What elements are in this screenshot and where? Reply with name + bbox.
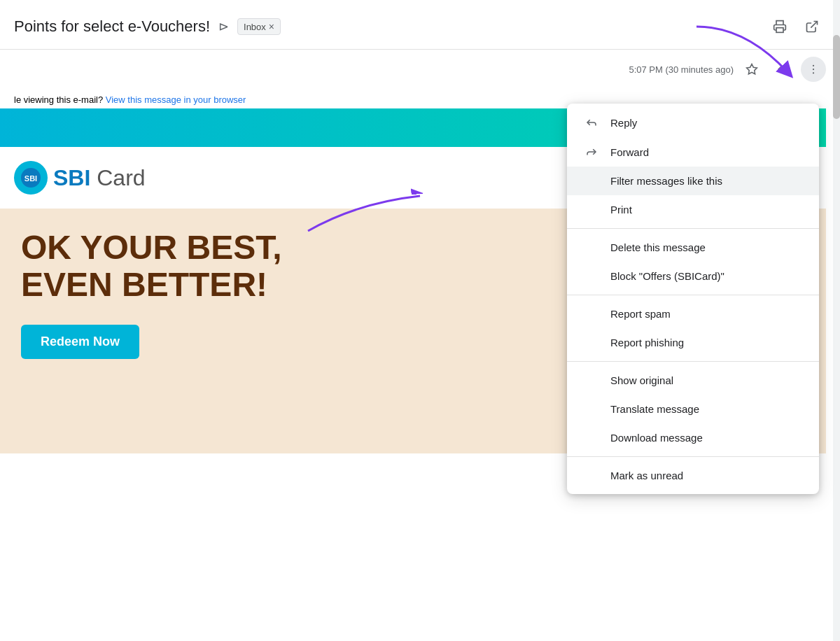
svg-point-4	[813, 69, 814, 70]
menu-item-forward[interactable]: Forward	[567, 137, 819, 167]
menu-item-translate[interactable]: Translate message	[567, 395, 819, 423]
menu-item-filter-label: Filter messages like this	[610, 175, 722, 187]
scrollbar-thumb[interactable]	[833, 35, 840, 119]
svg-point-3	[813, 65, 814, 66]
menu-item-reply-label: Reply	[610, 117, 637, 129]
menu-item-block-label: Block "Offers (SBICard)"	[610, 270, 724, 282]
svg-text:SBI: SBI	[24, 174, 37, 183]
menu-item-original[interactable]: Show original	[567, 366, 819, 395]
menu-item-download[interactable]: Download message	[567, 423, 819, 452]
view-browser-prefix: le viewing this e-mail?	[14, 94, 106, 105]
menu-divider-4	[567, 456, 819, 457]
importance-marker-icon: ⊳	[218, 19, 229, 34]
menu-item-filter[interactable]: Filter messages like this	[567, 167, 819, 195]
more-options-dropdown: Reply Forward Filter messages like this …	[567, 104, 819, 494]
print-button[interactable]	[766, 13, 794, 41]
menu-item-phishing[interactable]: Report phishing	[567, 328, 819, 357]
menu-item-forward-label: Forward	[610, 146, 649, 158]
menu-item-delete[interactable]: Delete this message	[567, 233, 819, 262]
menu-item-spam[interactable]: Report spam	[567, 300, 819, 328]
inbox-label: Inbox	[244, 22, 266, 32]
inbox-badge: Inbox ×	[237, 18, 281, 35]
email-title-bar: Points for select e-Vouchers! ⊳ Inbox ×	[0, 0, 840, 50]
email-timestamp: 5:07 PM (30 minutes ago)	[629, 64, 734, 75]
menu-item-phishing-label: Report phishing	[610, 337, 684, 348]
email-meta-row: 5:07 PM (30 minutes ago)	[0, 50, 840, 89]
menu-item-unread[interactable]: Mark as unread	[567, 461, 819, 490]
menu-item-original-label: Show original	[610, 374, 673, 386]
redeem-now-button[interactable]: Redeem Now	[21, 325, 139, 359]
forward-menu-icon	[584, 146, 599, 158]
sbi-logo-circle: SBI	[14, 161, 48, 195]
menu-divider-1	[567, 228, 819, 229]
sbi-card-logo-text: SBI Card	[53, 165, 146, 191]
svg-point-5	[813, 72, 814, 73]
menu-divider-3	[567, 361, 819, 362]
menu-divider-2	[567, 295, 819, 295]
menu-item-download-label: Download message	[610, 432, 703, 444]
scrollbar[interactable]	[833, 0, 840, 641]
menu-item-translate-label: Translate message	[610, 403, 699, 415]
reply-menu-icon	[584, 116, 599, 129]
view-browser-link[interactable]: View this message in your browser	[106, 94, 246, 105]
email-subject: Points for select e-Vouchers!	[14, 17, 210, 36]
menu-item-print-label: Print	[610, 204, 632, 216]
svg-rect-0	[776, 28, 783, 33]
menu-item-spam-label: Report spam	[610, 308, 671, 320]
svg-line-1	[811, 22, 817, 28]
more-options-button[interactable]	[801, 57, 826, 82]
inbox-close-button[interactable]: ×	[269, 21, 274, 32]
menu-item-block[interactable]: Block "Offers (SBICard)"	[567, 262, 819, 290]
open-in-new-button[interactable]	[798, 13, 826, 41]
menu-item-reply[interactable]: Reply	[567, 108, 819, 137]
reply-button[interactable]	[770, 57, 795, 82]
menu-item-unread-label: Mark as unread	[610, 470, 683, 481]
star-button[interactable]	[739, 57, 764, 82]
menu-item-delete-label: Delete this message	[610, 241, 706, 253]
svg-marker-2	[747, 64, 757, 74]
header-icons	[766, 13, 826, 41]
menu-item-print[interactable]: Print	[567, 195, 819, 224]
